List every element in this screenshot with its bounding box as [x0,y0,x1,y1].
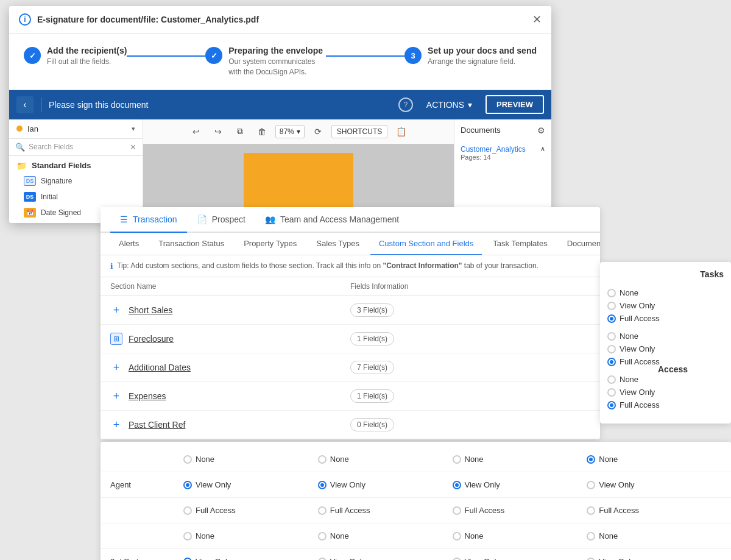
col4-none-radio[interactable] [587,455,595,464]
tp-col4-view[interactable]: View Only [587,555,721,560]
radio-view-only-3[interactable]: View Only [607,386,724,399]
col1-none-option[interactable]: None [183,453,318,466]
shortcuts-button[interactable]: SHORTCUTS [331,125,387,138]
agent-col3-view[interactable]: View Only [453,478,587,491]
radio-none-1[interactable]: None [607,286,724,299]
search-input[interactable] [29,143,126,151]
close-icon[interactable]: ✕ [532,14,542,25]
tab-transaction[interactable]: ☰ Transaction [110,207,187,233]
zoom-selector[interactable]: 87% ▾ [275,125,305,138]
radio-none-btn-3[interactable] [607,375,616,384]
copy-page-button[interactable]: 📋 [392,123,409,140]
agent-col1-full-radio[interactable] [183,506,192,515]
foreclosure-link[interactable]: Foreclosure [129,334,174,344]
radio-view-btn-1[interactable] [607,302,616,310]
radio-full-access-3[interactable]: Full Access [607,399,724,411]
tp-col4-view-radio[interactable] [587,558,595,561]
foreclosure-expand-icon[interactable]: ⊞ [110,333,122,345]
tp-col3-view[interactable]: View Only [453,555,587,560]
agent-col4-full-radio[interactable] [587,506,595,515]
agent-col2-view[interactable]: View Only [318,478,453,491]
radio-none-btn-2[interactable] [607,332,616,341]
tab-prospect[interactable]: 📄 Prospect [187,207,255,233]
agent-col3-full-option[interactable]: Full Access [453,504,587,517]
agent-col3-full-radio[interactable] [453,506,461,515]
radio-none-2[interactable]: None [607,330,724,342]
add-past-client-button[interactable]: + [110,419,122,431]
field-signature[interactable]: DS Signature [9,173,143,189]
tp-col4-none-radio[interactable] [587,532,595,541]
col2-none-option[interactable]: None [318,453,453,466]
tp-col2-none-radio[interactable] [318,532,327,541]
preview-button[interactable]: PREVIEW [486,95,544,114]
radio-full-access-1[interactable]: Full Access [607,312,724,325]
search-clear-icon[interactable]: ✕ [130,143,136,152]
add-expenses-button[interactable]: + [110,390,122,402]
help-icon[interactable]: ? [398,97,413,112]
short-sales-link[interactable]: Short Sales [129,305,172,315]
document-file-item[interactable]: Customer_Analytics Pages: 14 ∧ [461,141,545,165]
tp-col3-view-radio[interactable] [453,558,461,561]
radio-view-btn-3[interactable] [607,388,616,397]
radio-full-btn-3[interactable] [607,401,616,409]
refresh-button[interactable]: ⟳ [309,123,327,140]
file-expand-icon[interactable]: ∧ [540,145,545,153]
radio-none-btn-1[interactable] [607,289,616,297]
radio-view-btn-2[interactable] [607,345,616,353]
copy-button[interactable]: ⧉ [231,123,249,140]
tab-property-types[interactable]: Property Types [235,233,305,255]
agent-col3-view-radio[interactable] [453,481,461,489]
radio-full-btn-1[interactable] [607,314,616,323]
tp-col2-view-radio[interactable] [318,558,327,561]
additional-dates-link[interactable]: Additional Dates [129,363,191,372]
add-short-sales-button[interactable]: + [110,304,122,316]
col3-none-option[interactable]: None [453,453,587,466]
tp-col1-none-option[interactable]: None [183,530,318,542]
back-button[interactable]: ‹ [16,96,34,113]
tab-alerts[interactable]: Alerts [110,233,147,255]
agent-col2-full-option[interactable]: Full Access [318,504,453,517]
tab-team[interactable]: 👥 Team and Access Management [255,207,409,233]
undo-button[interactable]: ↩ [188,123,205,140]
tp-col3-none-option[interactable]: None [453,530,587,542]
radio-full-btn-2[interactable] [607,358,616,366]
radio-none-3[interactable]: None [607,373,724,386]
tp-col4-none-option[interactable]: None [587,530,721,542]
tp-col1-none-radio[interactable] [183,532,192,541]
agent-col4-view[interactable]: View Only [587,478,721,491]
agent-col2-view-radio[interactable] [318,481,327,489]
fields-search-bar[interactable]: 🔍 ✕ [9,139,143,156]
agent-col1-view[interactable]: View Only [183,478,318,491]
tp-col2-view[interactable]: View Only [318,555,453,560]
agent-col1-view-radio[interactable] [183,481,192,489]
redo-button[interactable]: ↪ [210,123,227,140]
tp-col1-view[interactable]: View Only [183,555,318,560]
tp-col3-none-radio[interactable] [453,532,461,541]
agent-col2-full-radio[interactable] [318,506,327,515]
agent-col4-full-option[interactable]: Full Access [587,504,721,517]
radio-view-only-1[interactable]: View Only [607,299,724,312]
actions-button[interactable]: ACTIONS ▾ [420,96,478,113]
radio-view-only-2[interactable]: View Only [607,342,724,355]
tp-col2-none-option[interactable]: None [318,530,453,542]
tab-custom-section[interactable]: Custom Section and Fields [370,233,482,255]
delete-button[interactable]: 🗑 [253,123,270,140]
tab-transaction-status[interactable]: Transaction Status [150,233,233,255]
tab-sales-types[interactable]: Sales Types [308,233,368,255]
col2-none-radio[interactable] [318,455,327,464]
col4-none-option[interactable]: None [587,453,721,466]
tab-task-templates[interactable]: Task Templates [484,233,556,255]
add-additional-dates-button[interactable]: + [110,361,122,374]
col1-none-radio[interactable] [183,455,192,464]
col3-none-radio[interactable] [453,455,461,464]
recipient-selector[interactable]: Ian ▾ [9,119,143,139]
tab-document-folders[interactable]: Document Folders [559,233,600,255]
tp-col1-view-radio[interactable] [183,558,192,561]
agent-col4-view-radio[interactable] [587,481,595,489]
tip-link[interactable]: "Contract Information" [383,261,462,270]
agent-col1-full-option[interactable]: Full Access [183,504,318,517]
expenses-link[interactable]: Expenses [129,391,166,401]
gear-icon[interactable]: ⚙ [537,126,545,135]
past-client-link[interactable]: Past Client Ref [129,420,185,430]
field-initial[interactable]: DS Initial [9,189,143,205]
